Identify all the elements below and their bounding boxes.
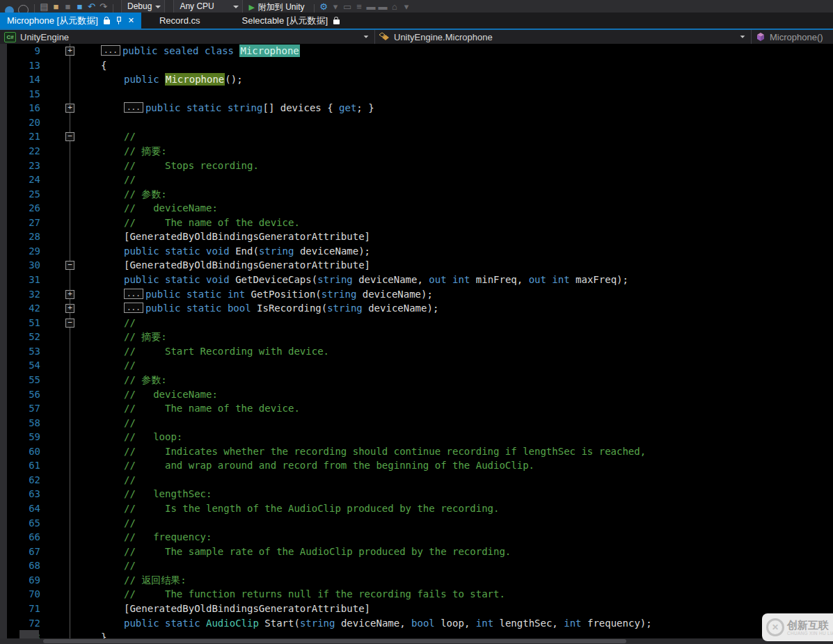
collapsed-region-box[interactable]: ... [101, 45, 120, 56]
code-token: IsRecording( [257, 303, 327, 314]
tab-microphone-metadata[interactable]: Microphone [从元数据] ✕ [0, 13, 141, 29]
breakpoint-margin[interactable] [0, 44, 7, 644]
method-icon [756, 32, 765, 42]
code-token: frequency); [582, 618, 652, 629]
code-token: // [124, 474, 136, 485]
nav-back-icon[interactable] [5, 6, 14, 13]
code-token: GetDeviceCaps( [235, 274, 317, 285]
code-text: // and wrap around and record from the b… [77, 458, 833, 473]
code-line: 15 [0, 87, 833, 102]
code-editor[interactable]: 9+...public sealed class Microphone13{14… [0, 44, 833, 644]
fold-guide-line [70, 144, 70, 159]
code-token: public static int [145, 289, 251, 300]
expand-region-icon[interactable]: + [65, 47, 74, 56]
horizontal-scrollbar[interactable] [0, 638, 833, 644]
fold-guide-line [70, 159, 70, 173]
show-output-icon[interactable]: ▭ [342, 0, 354, 13]
fold-guide-line [70, 573, 70, 588]
member-dropdown[interactable]: Microphone() [752, 30, 833, 44]
collapsed-region-box[interactable]: ... [124, 289, 143, 299]
code-text: // [77, 516, 833, 531]
code-text: // The name of the device. [77, 216, 833, 230]
type-dropdown[interactable]: UnityEngine.Microphone [375, 30, 751, 44]
collapsed-region-box[interactable]: ... [124, 102, 143, 113]
new-file-icon[interactable]: ▤ [38, 0, 50, 13]
chevron-down-icon [233, 6, 239, 8]
fold-guide-line [70, 444, 70, 459]
fold-guide-line [70, 58, 70, 73]
code-line: 23// Stops recording. [0, 159, 833, 173]
code-text: public static void GetDeviceCaps(string … [77, 273, 833, 287]
code-line: 62// [0, 473, 833, 488]
fold-guide-line [70, 501, 70, 516]
debug-config-dropdown[interactable]: Debug [121, 0, 165, 13]
code-line: 57// The name of the device. [0, 401, 833, 416]
tab-label: Record.cs [159, 15, 200, 26]
save-all-icon[interactable]: ■ [74, 0, 86, 13]
code-text: [GeneratedByOldBindingsGeneratorAttribut… [77, 230, 833, 244]
code-line: 9+...public sealed class Microphone [0, 44, 833, 58]
expand-region-icon[interactable]: + [65, 104, 74, 113]
fold-margin: + [40, 101, 77, 115]
fold-guide-line [70, 487, 70, 501]
collapsed-region-box[interactable]: ... [124, 303, 143, 313]
pin-icon[interactable] [116, 17, 122, 24]
tab-record-cs[interactable]: Record.cs [141, 13, 224, 29]
tab-bar: Microphone [从元数据] ✕ Record.cs Selectable… [0, 13, 833, 30]
line-structure-icon[interactable]: ≡ [354, 0, 365, 13]
collapse-region-icon[interactable]: − [65, 132, 74, 141]
code-line: 58// [0, 416, 833, 430]
code-token: string [327, 303, 363, 314]
collapse-region-icon[interactable]: − [65, 319, 74, 328]
code-line: 64// Is the length of the AudioClip prod… [0, 501, 833, 516]
code-token: // and wrap around and record from the b… [124, 460, 534, 471]
fold-guide-line [70, 473, 70, 488]
uncomment-icon[interactable]: ▬ [377, 0, 389, 13]
undo-icon[interactable]: ↶ [86, 0, 97, 13]
code-token: Start( [259, 618, 300, 629]
fold-margin [40, 387, 77, 402]
code-text: // The name of the device. [77, 401, 833, 416]
collapse-region-icon[interactable]: − [65, 261, 74, 270]
code-text: // lengthSec: [77, 487, 833, 501]
code-text: // [77, 358, 833, 373]
attach-to-unity-button[interactable]: ▶ 附加到 Unity [248, 0, 304, 13]
tab-selectable-metadata[interactable]: Selectable [从元数据] [224, 13, 364, 29]
fold-margin [40, 587, 77, 602]
fold-guide-line [70, 558, 70, 573]
open-folder-icon[interactable]: ■ [50, 0, 62, 13]
scrollbar-thumb[interactable] [43, 639, 626, 643]
watermark: ✕ 创新互联 CHUANG XIN HU LIAN [762, 613, 833, 641]
expand-region-icon[interactable]: + [65, 290, 74, 299]
code-token: // Start Recording with device. [124, 346, 329, 357]
attach-process-icon[interactable]: ⚙ [318, 0, 330, 13]
class-icon [379, 32, 390, 42]
chevron-down-icon [364, 35, 369, 38]
navigation-bar: C# UnityEngine UnityEngine.Microphone Mi… [0, 30, 833, 44]
chevron-down-icon [740, 35, 745, 38]
fold-guide-line [70, 387, 70, 402]
expand-region-icon[interactable]: + [65, 304, 74, 313]
platform-label: Any CPU [180, 1, 214, 11]
navigate-down-icon[interactable]: ▾ [330, 0, 342, 13]
code-text: // deviceName: [77, 387, 833, 402]
fold-margin: − [40, 129, 77, 144]
close-icon[interactable]: ✕ [128, 17, 134, 24]
save-icon[interactable]: ■ [62, 0, 74, 13]
project-dropdown[interactable]: C# UnityEngine [0, 30, 374, 44]
redo-icon[interactable]: ↷ [97, 0, 109, 13]
code-text: // 摘要: [77, 330, 833, 344]
platform-dropdown[interactable]: Any CPU [173, 0, 243, 13]
bookmark-menu-icon[interactable]: ▾ [401, 0, 413, 13]
code-token: public static void [124, 274, 235, 285]
fold-margin [40, 573, 77, 588]
code-token: // The sample rate of the AudioClip prod… [124, 546, 511, 557]
code-line: 29public static void End(string deviceNa… [0, 244, 833, 259]
fold-guide-line [70, 530, 70, 545]
bookmark-icon[interactable]: ⌂ [389, 0, 401, 13]
highlighted-reference: Microphone [165, 73, 225, 86]
comment-icon[interactable]: ▬ [365, 0, 377, 13]
nav-forward-icon[interactable] [18, 5, 29, 13]
fold-margin [40, 401, 77, 416]
code-line: 21−// [0, 129, 833, 144]
